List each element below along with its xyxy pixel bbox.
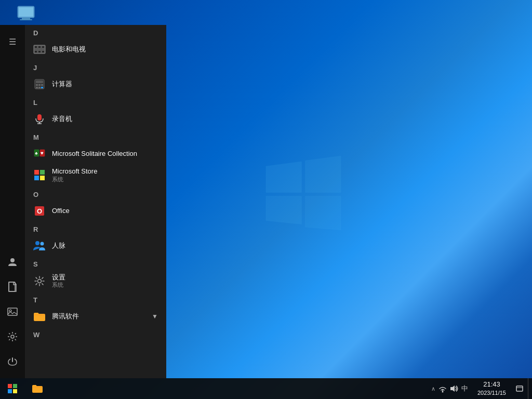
- svg-rect-16: [38, 46, 41, 48]
- calculator-label: 计算器: [52, 80, 72, 88]
- svg-rect-24: [38, 84, 41, 86]
- svg-point-12: [11, 335, 14, 338]
- svg-rect-51: [516, 386, 523, 391]
- taskbar-right: ∧ 中 21:43 2023/11/15: [427, 378, 532, 399]
- films-tv-icon: [33, 43, 46, 56]
- svg-rect-25: [41, 84, 43, 86]
- svg-marker-50: [450, 385, 455, 392]
- section-letter-l: L: [25, 95, 166, 109]
- people-label: 人脉: [52, 242, 65, 250]
- svg-marker-2: [266, 196, 301, 224]
- svg-marker-3: [305, 196, 341, 230]
- svg-rect-17: [42, 46, 44, 48]
- svg-rect-20: [42, 51, 44, 52]
- start-button[interactable]: [0, 378, 25, 399]
- svg-rect-29: [37, 114, 42, 121]
- sidebar-bottom-icons: [0, 249, 25, 378]
- svg-rect-48: [13, 389, 17, 393]
- svg-point-42: [35, 241, 39, 245]
- app-item-films-tv[interactable]: 电影和电视: [25, 39, 166, 60]
- notification-button[interactable]: [511, 378, 528, 399]
- svg-rect-47: [8, 389, 12, 393]
- desktop: 此电脑 ☰: [0, 0, 532, 399]
- start-app-list[interactable]: D 电影和电视 J: [25, 25, 166, 378]
- app-item-calculator[interactable]: 计算器: [25, 74, 166, 95]
- app-item-store[interactable]: Microsoft Store 系统: [25, 164, 166, 187]
- svg-rect-5: [19, 7, 33, 17]
- network-icon[interactable]: [438, 384, 447, 393]
- app-item-tencent[interactable]: 腾讯软件 ▼: [25, 306, 166, 327]
- sidebar-settings-icon[interactable]: [0, 324, 25, 349]
- svg-rect-7: [20, 19, 32, 20]
- svg-rect-9: [9, 282, 15, 291]
- svg-rect-37: [40, 170, 45, 175]
- app-item-settings[interactable]: 设置 系统: [25, 270, 166, 292]
- app-item-solitaire[interactable]: ♠ ♥ Microsoft Solitaire Collection: [25, 143, 166, 164]
- taskbar-time[interactable]: 21:43 2023/11/15: [472, 378, 511, 399]
- tray-expand-icon[interactable]: ∧: [431, 385, 435, 392]
- svg-marker-1: [305, 156, 341, 192]
- svg-rect-18: [35, 51, 37, 52]
- solitaire-label: Microsoft Solitaire Collection: [52, 150, 137, 158]
- time-display: 21:43: [483, 380, 500, 389]
- start-menu-sidebar: ☰: [0, 25, 25, 378]
- section-letter-w: W: [25, 327, 166, 341]
- sidebar-power-icon[interactable]: [0, 349, 25, 374]
- store-label: Microsoft Store: [52, 167, 97, 176]
- app-item-people[interactable]: 人脉: [25, 235, 166, 256]
- show-desktop-button[interactable]: [528, 378, 532, 399]
- tencent-label: 腾讯软件: [52, 312, 79, 321]
- store-icon: [33, 169, 46, 181]
- sidebar-photo-icon[interactable]: [0, 299, 25, 324]
- start-menu: ☰: [0, 25, 166, 378]
- svg-text:O: O: [37, 207, 42, 215]
- ime-label[interactable]: 中: [461, 384, 468, 393]
- app-item-recorder[interactable]: 录音机: [25, 109, 166, 129]
- svg-rect-45: [8, 384, 12, 388]
- section-letter-s: S: [25, 256, 166, 270]
- settings-label: 设置: [52, 273, 65, 282]
- app-item-office[interactable]: O Office: [25, 201, 166, 221]
- taskbar-file-explorer[interactable]: [25, 378, 50, 399]
- svg-text:♥: ♥: [41, 150, 44, 156]
- system-tray[interactable]: ∧ 中: [427, 378, 472, 399]
- svg-rect-10: [8, 308, 17, 315]
- svg-rect-28: [41, 87, 43, 88]
- section-letter-j: J: [25, 60, 166, 74]
- settings-info: 设置 系统: [52, 273, 65, 289]
- recorder-label: 录音机: [52, 115, 72, 123]
- windows-logo-decoration: [257, 148, 361, 251]
- taskbar: ∧ 中 21:43 2023/11/15: [0, 378, 532, 399]
- svg-rect-39: [40, 176, 45, 180]
- sidebar-hamburger[interactable]: ☰: [0, 29, 25, 54]
- svg-rect-22: [36, 81, 43, 83]
- date-display: 2023/11/15: [477, 389, 506, 396]
- section-letter-o: O: [25, 187, 166, 201]
- solitaire-icon: ♠ ♥: [33, 148, 46, 160]
- svg-point-44: [38, 279, 42, 283]
- svg-rect-46: [13, 384, 17, 388]
- volume-icon[interactable]: [450, 384, 458, 393]
- store-info: Microsoft Store 系统: [52, 167, 97, 183]
- recorder-icon: [33, 113, 46, 125]
- svg-rect-6: [22, 18, 30, 19]
- svg-point-49: [442, 391, 443, 393]
- svg-text:♠: ♠: [35, 150, 38, 156]
- svg-rect-36: [34, 170, 39, 175]
- people-icon: [33, 240, 46, 252]
- settings-icon: [33, 275, 46, 287]
- settings-sub: 系统: [52, 281, 65, 289]
- sidebar-document-icon[interactable]: [0, 274, 25, 299]
- films-tv-label: 电影和电视: [52, 45, 86, 54]
- svg-rect-15: [35, 46, 37, 48]
- this-pc-icon: [16, 5, 36, 22]
- svg-rect-26: [36, 87, 38, 88]
- svg-rect-27: [38, 87, 41, 88]
- svg-point-8: [10, 258, 15, 262]
- office-icon: O: [33, 205, 46, 217]
- tencent-folder-icon: [33, 310, 46, 323]
- section-letter-d: D: [25, 25, 166, 39]
- tencent-expand-arrow: ▼: [152, 313, 158, 320]
- section-letter-r: R: [25, 221, 166, 235]
- sidebar-user-icon[interactable]: [0, 249, 25, 274]
